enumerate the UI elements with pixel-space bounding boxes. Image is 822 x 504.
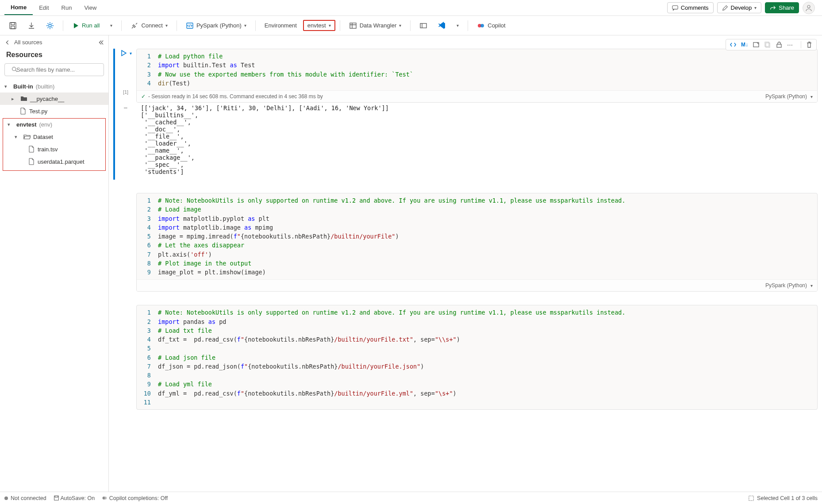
chevron-down-icon: ▾ xyxy=(4,84,11,89)
svg-rect-0 xyxy=(672,5,678,9)
download-icon[interactable] xyxy=(23,19,40,32)
share-button[interactable]: Share xyxy=(765,2,799,13)
run-all-label: Run all xyxy=(82,22,100,29)
save-icon[interactable] xyxy=(4,19,21,32)
notebook-area: M↓ ⋯ ▾ xyxy=(109,35,822,492)
chevron-down-icon: ▾ xyxy=(399,23,401,28)
tree-train[interactable]: train.tsv xyxy=(3,143,105,155)
connect-label: Connect xyxy=(141,22,162,29)
share-icon xyxy=(770,5,776,11)
svg-rect-7 xyxy=(350,23,356,28)
frame-icon[interactable] xyxy=(415,19,432,32)
tree-dataset[interactable]: ▾ Dataset xyxy=(3,131,105,143)
environment-selector[interactable]: envtest ▾ xyxy=(303,20,335,31)
language-selector[interactable]: PySpark (Python) ▾ xyxy=(181,19,251,32)
builtin-suffix: (builtin) xyxy=(36,83,55,90)
run-all-dropdown[interactable]: ▾ xyxy=(106,21,117,30)
connection-status[interactable]: Not connected xyxy=(4,495,46,501)
pycache-label: __pycache__ xyxy=(30,96,64,102)
tab-edit[interactable]: Edit xyxy=(33,1,55,15)
run-all-button[interactable]: Run all xyxy=(68,20,104,31)
cell-lang[interactable]: PySpark (Python) xyxy=(765,282,807,289)
data-wrangler-button[interactable]: Data Wrangler ▾ xyxy=(345,19,406,32)
sidebar: All sources Resources ▾ Built-in (builti… xyxy=(0,35,109,492)
cell-lang[interactable]: PySpark (Python) xyxy=(765,93,807,100)
plug-icon xyxy=(131,22,138,30)
statusbar: Not connected AutoSave: On Copilot compl… xyxy=(0,492,822,504)
develop-button[interactable]: Develop ▾ xyxy=(717,2,762,13)
file-icon xyxy=(28,158,35,165)
chevron-down-icon: ▾ xyxy=(329,23,331,28)
folder-icon xyxy=(20,95,27,102)
chevron-down-icon[interactable]: ▾ xyxy=(810,94,813,99)
data-wrangler-label: Data Wrangler xyxy=(360,22,397,29)
markdown-icon[interactable]: M↓ xyxy=(741,42,748,48)
tree-envtest[interactable]: ▾ envtest (env) xyxy=(3,119,105,131)
run-dropdown-icon[interactable]: ▾ xyxy=(130,51,132,56)
all-sources-label[interactable]: All sources xyxy=(14,39,42,46)
language-label: PySpark (Python) xyxy=(196,22,242,29)
chevron-down-icon: ▾ xyxy=(15,134,21,140)
check-icon: ✓ xyxy=(141,93,146,100)
tree-builtin[interactable]: ▾ Built-in (builtin) xyxy=(0,81,108,92)
chevron-down-icon[interactable]: ▾ xyxy=(810,283,813,288)
svg-rect-15 xyxy=(777,44,781,47)
run-cell-icon[interactable] xyxy=(120,50,127,57)
cell-settings-icon[interactable] xyxy=(753,41,760,48)
develop-label: Develop xyxy=(731,4,752,11)
cell-output: [['jack', 34, '36'], ['Riti', 30, 'Delhi… xyxy=(136,103,393,180)
tab-home[interactable]: Home xyxy=(4,0,33,15)
copy-icon[interactable] xyxy=(764,41,771,48)
code-cell-3[interactable]: 1# Note: NotebookUtils is only supported… xyxy=(136,305,818,410)
data-wrangler-icon xyxy=(349,22,357,30)
chevron-right-icon: ▸ xyxy=(12,96,18,102)
back-button[interactable] xyxy=(4,39,11,46)
status-text: - Session ready in 14 sec 608 ms. Comman… xyxy=(148,93,323,100)
resources-title: Resources xyxy=(0,49,108,63)
output-more-icon[interactable]: ⋯ xyxy=(115,103,136,180)
copilot-status[interactable]: Copilot completions: Off xyxy=(102,495,168,501)
train-label: train.tsv xyxy=(38,146,58,153)
svg-point-10 xyxy=(480,24,484,27)
select-cells-icon[interactable] xyxy=(748,495,754,501)
builtin-label: Built-in xyxy=(13,83,33,90)
envtest-highlight-box: ▾ envtest (env) ▾ Dataset train.tsv xyxy=(3,118,106,171)
tree-testpy[interactable]: Test.py xyxy=(0,105,108,117)
comment-icon xyxy=(672,5,678,11)
copilot-button[interactable]: Copilot xyxy=(472,19,510,32)
search-input[interactable] xyxy=(4,63,104,76)
environment-label: Environment xyxy=(260,20,301,31)
svg-rect-4 xyxy=(11,26,15,29)
svg-rect-8 xyxy=(420,23,426,28)
vscode-icon[interactable] xyxy=(434,19,450,32)
collapse-sidebar-icon[interactable] xyxy=(98,39,104,46)
cell-status-row: PySpark (Python) ▾ xyxy=(137,279,817,291)
svg-point-11 xyxy=(12,67,16,71)
vscode-dropdown[interactable]: ▾ xyxy=(452,21,463,30)
svg-point-5 xyxy=(49,24,51,27)
share-label: Share xyxy=(779,4,794,11)
chevron-down-icon: ▾ xyxy=(8,122,14,127)
search-icon xyxy=(12,66,17,72)
comments-button[interactable]: Comments xyxy=(667,2,714,13)
lock-icon[interactable] xyxy=(776,41,783,48)
more-icon[interactable]: ⋯ xyxy=(787,42,794,48)
selected-cell-text: Selected Cell 1 of 3 cells xyxy=(757,495,818,501)
avatar[interactable] xyxy=(803,2,815,14)
delete-icon[interactable] xyxy=(801,41,813,48)
tab-run[interactable]: Run xyxy=(55,1,78,15)
convert-code-icon[interactable] xyxy=(730,41,737,48)
tab-view[interactable]: View xyxy=(78,1,103,15)
top-menu: Home Edit Run View Comments Develop ▾ Sh… xyxy=(0,0,822,16)
svg-rect-3 xyxy=(11,23,15,25)
code-cell-2[interactable]: 1# Note: NotebookUtils is only supported… xyxy=(136,193,818,292)
svg-rect-2 xyxy=(10,23,16,29)
code-cell-1[interactable]: 1# Load python file2import builtin.Test … xyxy=(136,49,818,103)
file-icon xyxy=(28,146,35,153)
tree-pycache[interactable]: ▸ __pycache__ xyxy=(0,92,108,105)
folder-open-icon xyxy=(23,133,31,140)
tree-userdata[interactable]: userdata1.parquet xyxy=(3,155,105,168)
autosave-status[interactable]: AutoSave: On xyxy=(54,495,95,501)
settings-icon[interactable] xyxy=(42,19,58,32)
connect-button[interactable]: Connect ▾ xyxy=(126,19,172,32)
